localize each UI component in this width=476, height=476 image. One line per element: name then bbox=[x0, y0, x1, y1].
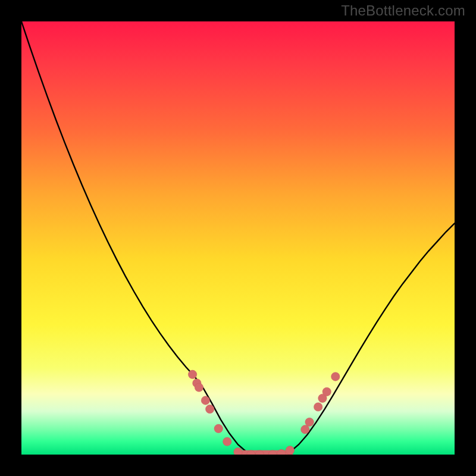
watermark-text: TheBottleneck.com bbox=[341, 2, 465, 19]
curve-marker bbox=[188, 370, 196, 378]
curve-svg bbox=[21, 21, 455, 455]
curve-marker bbox=[331, 372, 340, 381]
curve-markers bbox=[188, 370, 340, 455]
curve-marker bbox=[286, 446, 294, 455]
curve-marker bbox=[195, 383, 203, 392]
curve-marker bbox=[322, 387, 331, 396]
bottleneck-curve bbox=[21, 21, 455, 455]
curve-marker bbox=[314, 403, 322, 411]
curve-marker bbox=[214, 424, 223, 433]
curve-marker bbox=[277, 449, 286, 455]
chart-frame: TheBottleneck.com bbox=[0, 0, 476, 476]
curve-marker bbox=[234, 447, 242, 455]
plot-area bbox=[21, 21, 455, 455]
curve-marker bbox=[205, 405, 214, 413]
curve-marker bbox=[301, 425, 309, 434]
curve-marker bbox=[223, 437, 231, 446]
curve-marker bbox=[305, 418, 314, 426]
curve-marker bbox=[201, 396, 209, 405]
